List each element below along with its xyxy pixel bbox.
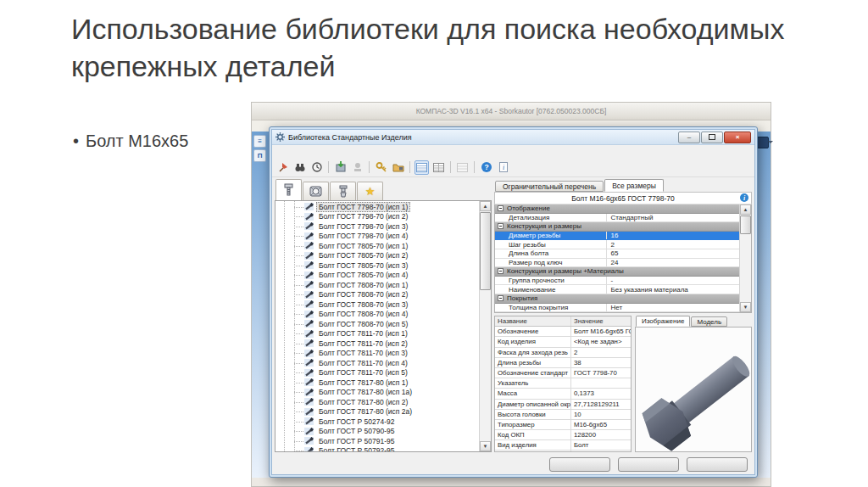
tree-item[interactable]: Болт ГОСТ 7808-70 (исп 1) — [275, 280, 479, 290]
screw-icon[interactable] — [330, 182, 356, 200]
parameter-row[interactable]: Длина болта 65 — [495, 249, 739, 259]
history-icon[interactable] — [309, 160, 324, 175]
tree-item[interactable]: Болт ГОСТ 7811-70 (исп 4) — [275, 358, 479, 368]
stamp-icon[interactable] — [350, 160, 364, 175]
collapse-icon[interactable] — [498, 268, 504, 274]
star-icon[interactable]: ★ — [357, 182, 383, 200]
tree-item[interactable]: Болт ГОСТ 7811-70 (исп 1) — [275, 329, 479, 339]
minimize-button[interactable]: – — [678, 132, 700, 143]
sheet-tool-icon[interactable]: П — [253, 149, 266, 162]
parameter-value[interactable]: Стандартный — [607, 214, 739, 221]
collapse-icon[interactable] — [498, 295, 504, 301]
dialog-button[interactable] — [687, 457, 748, 472]
view-list-icon[interactable] — [455, 160, 470, 175]
view-large-icon[interactable] — [415, 160, 429, 175]
parameter-value[interactable]: 24 — [607, 259, 739, 266]
library-panel-icon[interactable] — [757, 137, 769, 148]
parameter-row[interactable]: Шаг резьбы 2 — [495, 240, 739, 249]
parameter-value[interactable]: Нет — [607, 304, 739, 311]
binoculars-icon[interactable] — [292, 160, 307, 175]
tree-item[interactable]: Болт ГОСТ 7805-70 (исп 4) — [275, 271, 479, 281]
tab-restrictive-list[interactable]: Ограничительный перечень — [495, 181, 604, 192]
tree-item[interactable]: Болт ГОСТ 7808-70 (исп 4) — [275, 310, 479, 320]
info-icon[interactable]: i — [496, 160, 510, 175]
tab-all-sizes[interactable]: Все размеры — [604, 179, 664, 192]
tree-item[interactable]: Болт ГОСТ 7798-70 (исп 2) — [275, 212, 479, 222]
pin-icon[interactable] — [275, 160, 290, 175]
tree-item[interactable]: Болт ГОСТ 7811-70 (исп 3) — [275, 349, 479, 359]
dialog-button[interactable] — [549, 457, 610, 472]
tree-item-label: Болт ГОСТ 7817-80 (исп 1) — [316, 378, 410, 388]
dialog-titlebar[interactable]: Библиотека Стандартные Изделия – × — [272, 130, 754, 145]
tab-image[interactable]: Изображение — [636, 316, 690, 327]
parameter-value[interactable]: Без указания материала — [607, 286, 739, 294]
folder-lock-icon[interactable] — [391, 160, 405, 175]
parameter-row[interactable]: Детализация Стандартный — [495, 214, 739, 223]
tree-item-label: Болт ГОСТ 7805-70 (исп 1) — [316, 241, 410, 251]
tree-item[interactable]: Болт ГОСТ 7817-80 (исп 1) — [275, 378, 479, 388]
property-value: ГОСТ 7798-70 — [571, 369, 631, 377]
close-button[interactable]: × — [724, 132, 751, 143]
tree-item[interactable]: Болт ГОСТ 7808-70 (исп 2) — [275, 290, 479, 300]
tree-item[interactable]: Болт ГОСТ 7817-80 (исп 2а) — [275, 407, 479, 417]
parameter-row[interactable]: Диаметр резьбы 16 — [495, 232, 739, 241]
parameter-row[interactable]: Толщина покрытия Нет — [495, 304, 739, 312]
parameter-row[interactable]: Конструкция и размеры — [495, 222, 739, 232]
toolbar-separator — [328, 161, 329, 173]
collapse-icon[interactable] — [498, 223, 504, 229]
tree-item[interactable]: Болт ГОСТ Р 50792-95 — [275, 446, 479, 452]
tree-item[interactable]: Болт ГОСТ 7805-70 (исп 2) — [275, 251, 479, 261]
tree-item[interactable]: Болт ГОСТ 7808-70 (исп 3) — [275, 299, 479, 310]
tree-item[interactable]: Болт ГОСТ 7798-70 (исп 1) — [275, 202, 479, 212]
bolt-icon[interactable] — [275, 179, 302, 200]
bolt-item-icon — [304, 320, 314, 327]
scrollbar-thumb[interactable] — [740, 216, 751, 234]
scroll-down-icon[interactable]: ▼ — [740, 302, 751, 312]
dialog-button[interactable] — [618, 457, 679, 472]
tree-item-label: Болт ГОСТ 7808-70 (исп 3) — [316, 299, 410, 310]
collapse-icon[interactable] — [498, 205, 504, 211]
toolbar-separator — [450, 161, 451, 173]
tree-item-label: Болт ГОСТ 7798-70 (исп 4) — [316, 231, 410, 241]
scroll-down-icon[interactable]: ▼ — [480, 441, 491, 451]
tree-item[interactable]: Болт ГОСТ Р 50791-95 — [275, 436, 479, 446]
view-table-icon[interactable] — [431, 160, 446, 175]
import-icon[interactable] — [333, 160, 348, 175]
parameter-row[interactable]: Размер под ключ 24 — [495, 259, 739, 268]
tree-item[interactable]: Болт ГОСТ 7805-70 (исп 1) — [275, 241, 479, 251]
key-icon[interactable] — [374, 160, 388, 175]
tree-item[interactable]: Болт ГОСТ 7808-70 (исп 5) — [275, 319, 479, 329]
doc-tool-icon[interactable]: ≡ — [253, 135, 266, 148]
tree-item[interactable]: Болт ГОСТ 7817-80 (исп 2) — [275, 397, 479, 407]
parameter-row[interactable]: Группа прочности - — [495, 277, 739, 286]
tree-item[interactable]: Болт ГОСТ 7811-70 (исп 5) — [275, 368, 479, 378]
parameter-value[interactable]: 2 — [607, 241, 739, 249]
part-info-icon[interactable]: i — [740, 193, 748, 202]
nut-icon[interactable] — [303, 182, 329, 200]
grid-scrollbar[interactable]: ▲ ▼ — [739, 204, 751, 312]
parameter-value[interactable]: 16 — [607, 232, 739, 239]
tree-item[interactable]: Болт ГОСТ 7817-80 (исп 1а) — [275, 388, 479, 398]
tree-item[interactable]: Болт ГОСТ 7798-70 (исп 4) — [275, 232, 479, 242]
params-tabs: Ограничительный перечень Все размеры — [494, 179, 752, 192]
scroll-up-icon[interactable]: ▲ — [480, 201, 491, 211]
parameter-row[interactable]: Конструкция и размеры +Материалы — [495, 267, 739, 277]
bolt-item-icon — [304, 311, 314, 318]
parameter-row[interactable]: Наименование Без указания материала — [495, 285, 739, 294]
parameter-value[interactable]: - — [607, 277, 739, 284]
tree-item[interactable]: Болт ГОСТ Р 50274-92 — [275, 417, 479, 427]
tree-item[interactable]: Болт ГОСТ 7811-70 (исп 2) — [275, 339, 479, 349]
scrollbar-thumb[interactable] — [480, 212, 491, 290]
tree-item[interactable]: Болт ГОСТ 7805-70 (исп 3) — [275, 260, 479, 271]
tab-model[interactable]: Модель — [691, 316, 727, 327]
parameter-value[interactable]: 65 — [607, 249, 739, 257]
help-icon[interactable]: ? — [479, 160, 493, 175]
parameter-row[interactable]: Отображение — [495, 204, 739, 214]
kompas-titlebar[interactable]: КОМПАС-3D V16.1 x64 - Sborkautor [0762.0… — [252, 103, 771, 120]
tree-item[interactable]: Болт ГОСТ 7798-70 (исп 3) — [275, 221, 479, 232]
tree-scrollbar[interactable]: ▲ ▼ — [479, 201, 491, 451]
parameter-row[interactable]: Покрытия — [495, 294, 739, 304]
scroll-up-icon[interactable]: ▲ — [740, 204, 751, 215]
tree-item[interactable]: Болт ГОСТ Р 50790-95 — [275, 427, 479, 437]
maximize-button[interactable] — [701, 132, 723, 143]
